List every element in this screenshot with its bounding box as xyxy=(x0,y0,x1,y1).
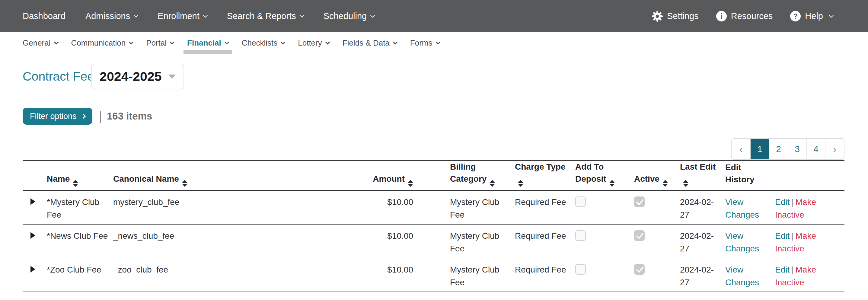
fee-canonical-name: mystery_club_fee xyxy=(113,191,264,224)
active-checkbox xyxy=(634,230,645,241)
view-changes-link[interactable]: View Changes xyxy=(725,231,759,253)
add-to-deposit-checkbox xyxy=(575,197,586,207)
nav-resources[interactable]: i Resources xyxy=(716,11,773,22)
fee-name: *News Club Fee xyxy=(47,224,113,258)
sort-icon xyxy=(609,180,615,187)
chevron-right-icon xyxy=(81,114,86,119)
pagination-page-2[interactable]: 2 xyxy=(769,139,788,159)
utility-nav: Settings i Resources ? Help xyxy=(652,11,833,22)
column-header-add-to-deposit[interactable]: Add To Deposit xyxy=(570,161,629,190)
tab-lottery[interactable]: Lottery xyxy=(298,32,329,54)
expand-row-icon[interactable] xyxy=(30,232,35,239)
page-content: Contract Fee 2024-2025 Filter options | … xyxy=(0,64,868,292)
pagination-next-button[interactable]: › xyxy=(825,139,844,159)
fee-canonical-name: _zoo_club_fee xyxy=(113,258,264,292)
nav-scheduling[interactable]: Scheduling xyxy=(323,11,375,21)
pagination-row: ‹ 1 2 3 4 › xyxy=(23,138,844,160)
fee-last-edit: 2024-02-27 xyxy=(678,258,723,292)
pagination-page-1[interactable]: 1 xyxy=(750,139,769,159)
pagination-page-3[interactable]: 3 xyxy=(788,139,806,159)
nav-dashboard[interactable]: Dashboard xyxy=(23,11,65,21)
view-changes-link[interactable]: View Changes xyxy=(725,265,759,287)
action-separator: | xyxy=(791,198,794,207)
page-header: Contract Fee 2024-2025 xyxy=(23,64,844,89)
sort-icon xyxy=(490,180,495,187)
edit-link[interactable]: Edit xyxy=(775,265,789,274)
chevron-down-icon xyxy=(435,40,440,45)
add-to-deposit-checkbox xyxy=(575,230,586,241)
edit-link[interactable]: Edit xyxy=(775,231,789,241)
tab-forms[interactable]: Forms xyxy=(410,32,440,54)
fee-charge-type: Required Fee xyxy=(510,224,570,258)
nav-enrollment[interactable]: Enrollment xyxy=(158,11,207,21)
column-header-active[interactable]: Active xyxy=(629,173,678,190)
top-navigation-bar: Dashboard Admissions Enrollment Search &… xyxy=(0,0,868,32)
table-row: *News Club Fee _news_club_fee $10.00 Mys… xyxy=(23,224,844,258)
chevron-down-icon xyxy=(393,40,398,45)
fee-last-edit: 2024-02-27 xyxy=(678,191,723,224)
edit-link[interactable]: Edit xyxy=(775,198,789,207)
action-separator: | xyxy=(791,231,794,241)
tab-portal[interactable]: Portal xyxy=(146,32,174,54)
chevron-down-icon xyxy=(281,40,285,45)
active-tab-indicator xyxy=(184,50,232,54)
sort-icon xyxy=(683,180,688,187)
tab-checklists[interactable]: Checklists xyxy=(242,32,285,54)
pagination-prev-button[interactable]: ‹ xyxy=(732,139,750,159)
table-header-row: Name Canonical Name Amount Billing Categ… xyxy=(23,161,844,191)
chevron-down-icon xyxy=(829,13,834,18)
nav-settings[interactable]: Settings xyxy=(652,11,699,22)
question-circle-icon: ? xyxy=(790,11,801,22)
nav-search-reports[interactable]: Search & Reports xyxy=(227,11,304,21)
school-year-selector[interactable]: 2024-2025 xyxy=(91,64,184,89)
tab-communication[interactable]: Communication xyxy=(71,32,133,54)
chevron-down-icon xyxy=(134,13,138,18)
nav-admissions[interactable]: Admissions xyxy=(85,11,137,21)
expand-row-icon[interactable] xyxy=(30,198,35,205)
sort-icon xyxy=(182,180,187,187)
tab-fields-data[interactable]: Fields & Data xyxy=(343,32,397,54)
active-checkbox xyxy=(634,197,645,207)
tab-general[interactable]: General xyxy=(23,32,58,54)
info-circle-icon: i xyxy=(716,11,727,22)
count-separator: | xyxy=(99,110,102,123)
fee-amount: $10.00 xyxy=(264,224,415,258)
fee-billing-category: Mystery Club Fee xyxy=(415,258,510,292)
column-header-last-edit[interactable]: Last Edit xyxy=(678,161,723,190)
fee-canonical-name: _news_club_fee xyxy=(113,224,264,258)
items-count: 163 items xyxy=(107,111,152,122)
tab-financial[interactable]: Financial xyxy=(187,32,228,54)
sort-icon xyxy=(518,180,523,187)
column-header-name[interactable]: Name xyxy=(47,173,113,190)
column-header-charge-type[interactable]: Charge Type xyxy=(510,161,570,190)
fee-billing-category: Mystery Club Fee xyxy=(415,191,510,224)
pagination-page-4[interactable]: 4 xyxy=(806,139,825,159)
column-header-amount[interactable]: Amount xyxy=(264,173,415,190)
page-title: Contract Fee xyxy=(23,69,94,84)
chevron-down-icon xyxy=(170,40,175,45)
nav-help[interactable]: ? Help xyxy=(790,11,833,22)
expand-row-icon[interactable] xyxy=(30,266,35,273)
chevron-down-icon xyxy=(300,13,304,18)
chevron-down-icon xyxy=(325,40,330,45)
fee-amount: $10.00 xyxy=(264,258,415,292)
column-header-edit-history: Edit History xyxy=(723,161,773,190)
chevron-down-icon xyxy=(224,40,229,45)
column-header-canonical-name[interactable]: Canonical Name xyxy=(113,173,264,190)
primary-nav: Dashboard Admissions Enrollment Search &… xyxy=(23,11,374,21)
dropdown-caret-icon xyxy=(168,74,176,79)
fee-last-edit: 2024-02-27 xyxy=(678,224,723,258)
view-changes-link[interactable]: View Changes xyxy=(725,198,759,219)
gear-icon xyxy=(652,11,663,22)
fee-name: *Mystery Club Fee xyxy=(47,191,113,224)
action-separator: | xyxy=(791,265,794,274)
secondary-tab-nav: General Communication Portal Financial C… xyxy=(0,32,868,54)
sort-icon xyxy=(408,180,413,187)
header-expand-spacer xyxy=(23,186,47,190)
fee-name: *Zoo Club Fee xyxy=(47,258,113,292)
chevron-down-icon xyxy=(54,40,59,45)
sort-icon xyxy=(73,180,78,187)
filter-options-button[interactable]: Filter options xyxy=(23,108,92,125)
sort-icon xyxy=(662,180,668,187)
column-header-billing-category[interactable]: Billing Category xyxy=(415,161,510,190)
